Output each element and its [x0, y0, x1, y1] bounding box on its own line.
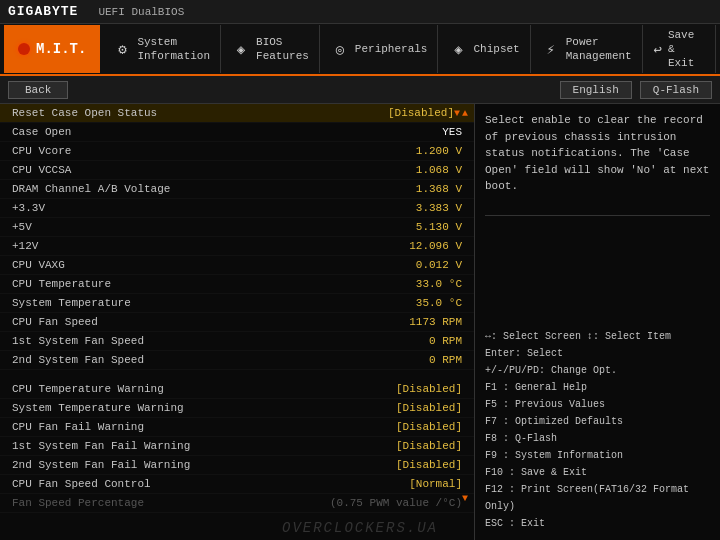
row-cpu-fan-fail[interactable]: CPU Fan Fail Warning [Disabled]: [0, 418, 474, 437]
mit-dot: [18, 43, 30, 55]
toolbar-right: English Q-Flash: [556, 81, 712, 99]
row-cpu-vaxg[interactable]: CPU VAXG 0.012 V: [0, 256, 474, 275]
row-p3v3[interactable]: +3.3V 3.383 V: [0, 199, 474, 218]
key-row-f5: F5 : Previous Values: [485, 396, 710, 413]
label-sys-temp-warn: System Temperature Warning: [12, 402, 332, 414]
help-text: Select enable to clear the record of pre…: [485, 112, 710, 195]
label-cpu-fan-fail: CPU Fan Fail Warning: [12, 421, 332, 433]
row-p5v[interactable]: +5V 5.130 V: [0, 218, 474, 237]
nav-peripherals-label: Peripherals: [355, 42, 428, 56]
label-dram-voltage: DRAM Channel A/B Voltage: [12, 183, 332, 195]
nav-bios-line1: BIOS: [256, 35, 309, 49]
nav-system-info[interactable]: ⚙ System Information: [102, 25, 221, 73]
nav-bios-features[interactable]: ◈ BIOS Features: [221, 25, 320, 73]
nav-bios-line2: Features: [256, 49, 309, 63]
row-p12v[interactable]: +12V 12.096 V: [0, 237, 474, 256]
value-cpu-fan-fail: [Disabled]: [332, 421, 462, 433]
scroll-arrow-top: ▲: [462, 108, 468, 119]
label-p3v3: +3.3V: [12, 202, 332, 214]
row-cpu-vcore[interactable]: CPU Vcore 1.200 V: [0, 142, 474, 161]
row-sys-temp[interactable]: System Temperature 35.0 °C: [0, 294, 474, 313]
label-fan-speed-pct: Fan Speed Percentage: [12, 497, 330, 509]
value-cpu-vccsa: 1.068 V: [332, 164, 462, 176]
value-case-open: YES: [332, 126, 462, 138]
main-area: Reset Case Open Status [Disabled] ▼ Case…: [0, 104, 720, 540]
brand-bar: GIGABYTE UEFI DualBIOS: [0, 0, 720, 24]
label-sys-fan1: 1st System Fan Speed: [12, 335, 332, 347]
value-cpu-temp-warn: [Disabled]: [332, 383, 462, 395]
settings-panel: Reset Case Open Status [Disabled] ▼ Case…: [0, 104, 475, 540]
key-row-esc: ESC : Exit: [485, 515, 710, 532]
section-spacer: [0, 370, 474, 380]
nav-chipset[interactable]: ◈ Chipset: [438, 25, 530, 73]
nav-peripherals[interactable]: ◎ Peripherals: [320, 25, 439, 73]
value-fan-speed-pct: (0.75 PWM value /°C): [330, 497, 462, 509]
language-button[interactable]: English: [560, 81, 632, 99]
row-cpu-temp-warn[interactable]: CPU Temperature Warning [Disabled]: [0, 380, 474, 399]
value-reset-case: [Disabled]: [324, 107, 454, 119]
label-p12v: +12V: [12, 240, 332, 252]
key-row-nav: ↔: Select Screen ↕: Select Item: [485, 328, 710, 345]
brand-logo: GIGABYTE: [8, 4, 78, 19]
row-sys-temp-warn[interactable]: System Temperature Warning [Disabled]: [0, 399, 474, 418]
key-f9: F9 : System Information: [485, 447, 623, 464]
mit-label: M.I.T.: [36, 41, 86, 57]
row-sys-fan1-fail[interactable]: 1st System Fan Fail Warning [Disabled]: [0, 437, 474, 456]
value-p5v: 5.130 V: [332, 221, 462, 233]
row-cpu-vccsa[interactable]: CPU VCCSA 1.068 V: [0, 161, 474, 180]
nav-power-line2: Management: [566, 49, 632, 63]
label-case-open: Case Open: [12, 126, 332, 138]
dualbios-label: UEFI DualBIOS: [98, 6, 184, 18]
row-reset-case[interactable]: Reset Case Open Status [Disabled] ▼: [0, 104, 474, 123]
power-icon: ⚡: [541, 39, 561, 59]
key-f7: F7 : Optimized Defaults: [485, 413, 623, 430]
row-cpu-fan-ctrl[interactable]: CPU Fan Speed Control [Normal]: [0, 475, 474, 494]
value-cpu-fan: 1173 RPM: [332, 316, 462, 328]
key-row-f1: F1 : General Help: [485, 379, 710, 396]
nav-power-mgmt[interactable]: ⚡ Power Management: [531, 25, 643, 73]
nav-save-exit-label: Save & Exit: [668, 28, 705, 71]
row-dram-voltage[interactable]: DRAM Channel A/B Voltage 1.368 V: [0, 180, 474, 199]
back-button[interactable]: Back: [8, 81, 68, 99]
key-f5: F5 : Previous Values: [485, 396, 605, 413]
toolbar: Back English Q-Flash: [0, 76, 720, 104]
label-sys-fan2-fail: 2nd System Fan Fail Warning: [12, 459, 332, 471]
nav-system-info-line1: System: [137, 35, 210, 49]
nav-save-exit[interactable]: ↩ Save & Exit: [643, 25, 716, 73]
key-f10: F10 : Save & Exit: [485, 464, 587, 481]
label-cpu-temp: CPU Temperature: [12, 278, 332, 290]
nav-bar: M.I.T. ⚙ System Information ◈ BIOS Featu…: [0, 24, 720, 76]
row-case-open[interactable]: Case Open YES: [0, 123, 474, 142]
key-row-f7: F7 : Optimized Defaults: [485, 413, 710, 430]
label-cpu-vccsa: CPU VCCSA: [12, 164, 332, 176]
value-sys-temp: 35.0 °C: [332, 297, 462, 309]
label-reset-case: Reset Case Open Status: [12, 107, 324, 119]
row-sys-fan2[interactable]: 2nd System Fan Speed 0 RPM: [0, 351, 474, 370]
nav-chipset-label: Chipset: [473, 42, 519, 56]
value-cpu-temp: 33.0 °C: [332, 278, 462, 290]
label-p5v: +5V: [12, 221, 332, 233]
label-cpu-vcore: CPU Vcore: [12, 145, 332, 157]
key-f8: F8 : Q-Flash: [485, 430, 557, 447]
right-panel: Select enable to clear the record of pre…: [475, 104, 720, 540]
row-cpu-fan[interactable]: CPU Fan Speed 1173 RPM: [0, 313, 474, 332]
chipset-icon: ◈: [448, 39, 468, 59]
mit-button[interactable]: M.I.T.: [4, 25, 100, 73]
key-f1: F1 : General Help: [485, 379, 587, 396]
label-cpu-temp-warn: CPU Temperature Warning: [12, 383, 332, 395]
qflash-button[interactable]: Q-Flash: [640, 81, 712, 99]
label-cpu-fan-ctrl: CPU Fan Speed Control: [12, 478, 332, 490]
row-sys-fan1[interactable]: 1st System Fan Speed 0 RPM: [0, 332, 474, 351]
key-row-enter: Enter: Select: [485, 345, 710, 362]
value-cpu-fan-ctrl: [Normal]: [332, 478, 462, 490]
key-f12: F12 : Print Screen(FAT16/32 Format Only): [485, 481, 710, 515]
save-exit-icon: ↩: [653, 39, 663, 59]
key-row-change: +/-/PU/PD: Change Opt.: [485, 362, 710, 379]
row-sys-fan2-fail[interactable]: 2nd System Fan Fail Warning [Disabled]: [0, 456, 474, 475]
label-cpu-vaxg: CPU VAXG: [12, 259, 332, 271]
key-arrows: ↔: Select Screen ↕: Select Item: [485, 328, 671, 345]
value-sys-fan2: 0 RPM: [332, 354, 462, 366]
scroll-indicator: ▼: [454, 108, 462, 119]
row-cpu-temp[interactable]: CPU Temperature 33.0 °C: [0, 275, 474, 294]
peripherals-icon: ◎: [330, 39, 350, 59]
